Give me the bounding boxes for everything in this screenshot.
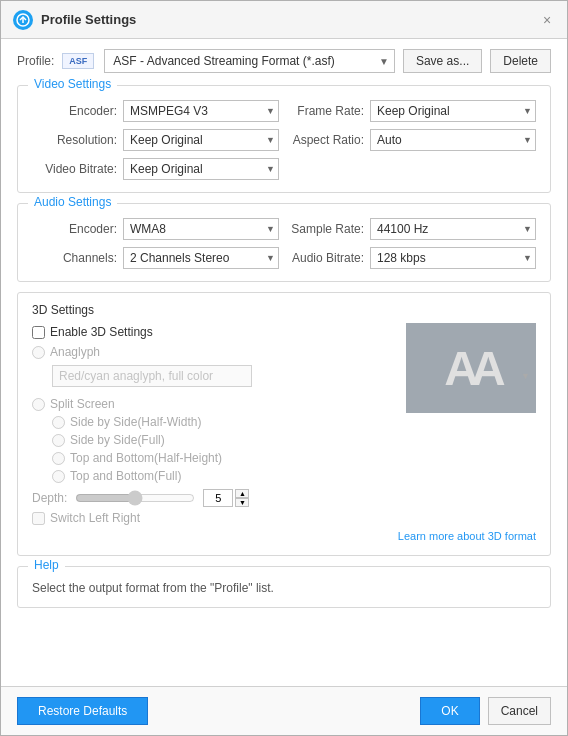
anaglyph-select-arrow-icon: ▼ [521,371,530,381]
cancel-button[interactable]: Cancel [488,697,551,725]
switch-row: Switch Left Right [32,511,536,525]
video-bitrate-select-wrapper: Keep Original ▼ [123,158,279,180]
side-by-side-half-radio[interactable] [52,416,65,429]
encoder-select-wrapper: MSMPEG4 V3 ▼ [123,100,279,122]
restore-defaults-button[interactable]: Restore Defaults [17,697,148,725]
side-full-row: Side by Side(Full) [52,433,536,447]
delete-button[interactable]: Delete [490,49,551,73]
profile-label: Profile: [17,54,54,68]
audio-right-col: Sample Rate: 44100 Hz ▼ Audio Bitrate: [289,218,536,269]
depth-label: Depth: [32,491,67,505]
profile-select-wrapper: ASF - Advanced Streaming Format (*.asf) … [104,49,395,73]
help-title: Help [28,558,65,572]
audio-bitrate-row: Audio Bitrate: 128 kbps ▼ [289,247,536,269]
sample-rate-select-wrapper: 44100 Hz ▼ [370,218,536,240]
depth-slider[interactable] [75,490,195,506]
split-screen-label[interactable]: Split Screen [50,397,115,411]
video-left-col: Encoder: MSMPEG4 V3 ▼ Resolution: Ke [32,100,279,180]
video-bitrate-select[interactable]: Keep Original [123,158,279,180]
switch-left-right-checkbox[interactable] [32,512,45,525]
aspect-ratio-select-wrapper: Auto ▼ [370,129,536,151]
frame-rate-label: Frame Rate: [289,104,364,118]
audio-encoder-label: Encoder: [32,222,117,236]
resolution-label: Resolution: [32,133,117,147]
aspect-ratio-label: Aspect Ratio: [289,133,364,147]
video-bitrate-row: Video Bitrate: Keep Original ▼ [32,158,279,180]
anaglyph-label[interactable]: Anaglyph [50,345,100,359]
depth-input[interactable] [203,489,233,507]
anaglyph-radio[interactable] [32,346,45,359]
titlebar: Profile Settings × [1,1,567,39]
content-area: Profile: ASF ASF - Advanced Streaming Fo… [1,39,567,686]
frame-rate-select[interactable]: Keep Original [370,100,536,122]
3d-settings-title: 3D Settings [32,303,536,317]
main-window: Profile Settings × Profile: ASF ASF - Ad… [0,0,568,736]
frame-rate-row: Frame Rate: Keep Original ▼ [289,100,536,122]
top-half-row: Top and Bottom(Half-Height) [52,451,536,465]
side-by-side-half-label[interactable]: Side by Side(Half-Width) [70,415,201,429]
side-by-side-full-radio[interactable] [52,434,65,447]
audio-bitrate-label: Audio Bitrate: [289,251,364,265]
format-badge: ASF [69,56,87,66]
channels-select-wrapper: 2 Channels Stereo ▼ [123,247,279,269]
enable-3d-label[interactable]: Enable 3D Settings [50,325,153,339]
anaglyph-select-wrapper: Red/cyan anaglyph, full color ▼ [52,365,536,387]
depth-increment-button[interactable]: ▲ [235,489,249,498]
audio-settings-grid: Encoder: WMA8 ▼ Channels: 2 Channels [32,218,536,269]
side-by-side-full-label[interactable]: Side by Side(Full) [70,433,165,447]
profile-row: Profile: ASF ASF - Advanced Streaming Fo… [17,49,551,73]
video-settings-section: Video Settings Encoder: MSMPEG4 V3 ▼ [17,85,551,193]
titlebar-left: Profile Settings [13,10,136,30]
footer-right: OK Cancel [420,697,551,725]
side-half-row: Side by Side(Half-Width) [52,415,536,429]
save-as-button[interactable]: Save as... [403,49,482,73]
audio-bitrate-select-wrapper: 128 kbps ▼ [370,247,536,269]
video-bitrate-label: Video Bitrate: [32,162,117,176]
audio-encoder-select[interactable]: WMA8 [123,218,279,240]
video-settings-title: Video Settings [28,77,117,91]
audio-encoder-row: Encoder: WMA8 ▼ [32,218,279,240]
split-screen-radio[interactable] [32,398,45,411]
aspect-ratio-select[interactable]: Auto [370,129,536,151]
top-bottom-half-radio[interactable] [52,452,65,465]
resolution-row: Resolution: Keep Original ▼ [32,129,279,151]
depth-decrement-button[interactable]: ▼ [235,498,249,507]
video-settings-grid: Encoder: MSMPEG4 V3 ▼ Resolution: Ke [32,100,536,180]
app-icon [13,10,33,30]
channels-label: Channels: [32,251,117,265]
learn-more-row: Learn more about 3D format [32,529,536,543]
close-button[interactable]: × [539,12,555,28]
top-bottom-full-label[interactable]: Top and Bottom(Full) [70,469,181,483]
top-bottom-half-label[interactable]: Top and Bottom(Half-Height) [70,451,222,465]
depth-row: Depth: ▲ ▼ [32,489,536,507]
3d-settings-section: 3D Settings AA Enable 3D Settings Anagly… [17,292,551,556]
audio-encoder-select-wrapper: WMA8 ▼ [123,218,279,240]
frame-rate-select-wrapper: Keep Original ▼ [370,100,536,122]
top-full-row: Top and Bottom(Full) [52,469,536,483]
sample-rate-row: Sample Rate: 44100 Hz ▼ [289,218,536,240]
sample-rate-select[interactable]: 44100 Hz [370,218,536,240]
3d-options-group: Anaglyph Red/cyan anaglyph, full color ▼… [32,345,536,483]
ok-button[interactable]: OK [420,697,479,725]
switch-left-right-label[interactable]: Switch Left Right [50,511,140,525]
sample-rate-label: Sample Rate: [289,222,364,236]
top-bottom-full-radio[interactable] [52,470,65,483]
profile-select[interactable]: ASF - Advanced Streaming Format (*.asf) [104,49,395,73]
learn-more-link[interactable]: Learn more about 3D format [398,530,536,542]
audio-settings-section: Audio Settings Encoder: WMA8 ▼ Channels: [17,203,551,282]
audio-left-col: Encoder: WMA8 ▼ Channels: 2 Channels [32,218,279,269]
channels-row: Channels: 2 Channels Stereo ▼ [32,247,279,269]
help-section: Help Select the output format from the "… [17,566,551,608]
encoder-label: Encoder: [32,104,117,118]
depth-value-group: ▲ ▼ [203,489,249,507]
audio-bitrate-select[interactable]: 128 kbps [370,247,536,269]
encoder-select[interactable]: MSMPEG4 V3 [123,100,279,122]
window-title: Profile Settings [41,12,136,27]
anaglyph-type-select[interactable]: Red/cyan anaglyph, full color [52,365,252,387]
channels-select[interactable]: 2 Channels Stereo [123,247,279,269]
enable-3d-checkbox[interactable] [32,326,45,339]
resolution-select[interactable]: Keep Original [123,129,279,151]
encoder-row: Encoder: MSMPEG4 V3 ▼ [32,100,279,122]
depth-spinner: ▲ ▼ [235,489,249,507]
audio-settings-title: Audio Settings [28,195,117,209]
